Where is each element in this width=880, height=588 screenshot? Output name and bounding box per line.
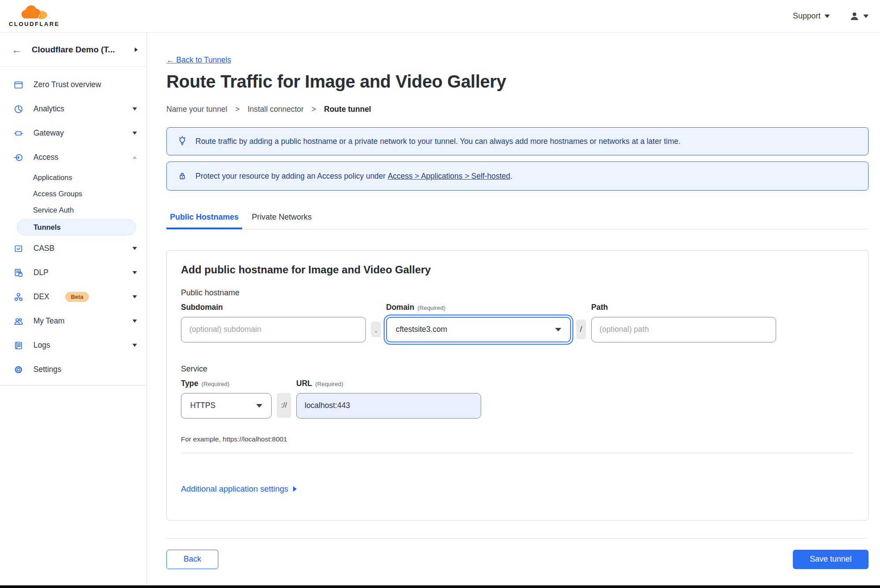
path-input[interactable] — [591, 317, 776, 342]
chevron-down-icon — [863, 15, 869, 18]
scheme-separator: :// — [277, 393, 291, 418]
domain-select[interactable]: cftestsite3.com — [386, 317, 571, 342]
team-icon — [13, 316, 24, 327]
chevron-down-icon — [133, 271, 137, 274]
chevron-right-icon — [293, 486, 297, 492]
tab-public-hostnames[interactable]: Public Hostnames — [166, 213, 242, 229]
main-content: ← Back to Tunnels Route Traffic for Imag… — [147, 33, 880, 588]
user-icon — [849, 11, 860, 22]
chevron-down-icon — [256, 404, 262, 408]
required-note: (Required) — [417, 305, 446, 311]
access-applications-self-hosted-link[interactable]: Access > Applications > Self-hosted — [388, 172, 510, 180]
subdomain-label: Subdomain — [181, 303, 366, 312]
type-label: Type(Required) — [181, 379, 272, 388]
dex-nodes-icon — [13, 292, 24, 302]
step-route-tunnel-current: Route tunnel — [324, 105, 371, 114]
sidebar-item-label: Access — [33, 153, 58, 162]
subdomain-input[interactable] — [181, 317, 366, 342]
back-button[interactable]: Back — [166, 550, 218, 569]
service-fields-row: Type(Required) HTTPS :// URL(Required) — [181, 379, 854, 419]
back-to-tunnels-link[interactable]: ← Back to Tunnels — [166, 55, 231, 65]
chevron-up-icon — [133, 156, 137, 159]
public-hostname-group-label: Public hostname — [181, 288, 854, 298]
protect-resource-banner: Protect your resource by adding an Acces… — [166, 162, 869, 191]
sidebar-item-casb[interactable]: CASB — [0, 236, 147, 261]
service-group-label: Service — [181, 364, 854, 374]
url-label: URL(Required) — [296, 379, 481, 388]
card-heading: Add public hostname for Image and Video … — [181, 264, 854, 276]
type-field-group: Type(Required) HTTPS — [181, 379, 272, 419]
chevron-down-icon — [133, 344, 137, 347]
chevron-down-icon — [133, 320, 137, 323]
logs-icon — [13, 340, 24, 351]
footer-actions: Back Save tunnel — [166, 550, 869, 569]
chevron-right-icon — [135, 48, 138, 52]
support-label: Support — [793, 11, 821, 21]
sidebar-item-analytics[interactable]: Analytics — [0, 97, 147, 121]
footer-divider — [166, 538, 869, 539]
url-example-text: For example, https://localhost:8001 — [181, 435, 854, 443]
cloudflare-cloud-icon — [18, 5, 50, 20]
casb-check-icon — [13, 243, 24, 254]
card-divider — [181, 453, 854, 453]
account-switcher[interactable]: ← Cloudflare Demo (T... — [0, 33, 147, 67]
account-name: Cloudflare Demo (T... — [32, 45, 125, 55]
sidebar-item-label: DEX — [33, 292, 49, 301]
step-separator: > — [312, 105, 316, 114]
sidebar-subitem-applications[interactable]: Applications — [0, 169, 147, 186]
chevron-down-icon — [133, 247, 137, 250]
path-label: Path — [591, 303, 776, 312]
additional-settings-label: Additional application settings — [181, 484, 288, 494]
sidebar-item-my-team[interactable]: My Team — [0, 309, 147, 333]
required-note: (Required) — [315, 381, 343, 387]
sidebar-item-label: Zero Trust overview — [33, 80, 101, 89]
path-field-group: Path — [591, 303, 776, 342]
beta-badge: Beta — [65, 292, 89, 302]
banner-text: Protect your resource by adding an Acces… — [195, 172, 512, 181]
sidebar-subitem-label: Tunnels — [33, 223, 61, 232]
sidebar-item-zero-trust-overview[interactable]: Zero Trust overview — [0, 73, 147, 97]
service-type-value: HTTPS — [190, 401, 215, 410]
sidebar-item-dlp[interactable]: DLP — [0, 261, 147, 285]
chevron-down-icon — [133, 107, 137, 110]
back-arrow-icon[interactable]: ← — [11, 44, 22, 55]
cloudflare-wordmark: CLOUDFLARE — [9, 21, 60, 27]
sidebar-subitem-service-auth[interactable]: Service Auth — [0, 202, 147, 218]
hostname-tabs: Public Hostnames Private Networks — [166, 213, 869, 229]
add-public-hostname-card: Add public hostname for Image and Video … — [166, 250, 869, 521]
step-separator: > — [235, 105, 239, 114]
sidebar: ← Cloudflare Demo (T... Zero Trust overv… — [0, 33, 147, 588]
chevron-down-icon — [555, 328, 561, 331]
sidebar-item-access[interactable]: Access — [0, 145, 147, 169]
service-type-select[interactable]: HTTPS — [181, 393, 272, 419]
step-name-your-tunnel: Name your tunnel — [166, 105, 227, 114]
user-menu[interactable] — [849, 11, 869, 22]
dot-separator: . — [371, 322, 381, 337]
step-install-connector: Install connector — [247, 105, 303, 114]
sidebar-item-dex[interactable]: DEX Beta — [0, 285, 147, 309]
tab-private-networks[interactable]: Private Networks — [248, 213, 315, 229]
sidebar-item-logs[interactable]: Logs — [0, 333, 147, 357]
window-bottom-edge — [0, 585, 880, 588]
sidebar-item-label: Analytics — [33, 104, 64, 114]
pie-chart-icon — [13, 104, 24, 114]
access-arrow-icon — [13, 152, 24, 163]
sidebar-divider — [0, 385, 147, 386]
sidebar-item-settings[interactable]: Settings — [0, 357, 147, 382]
sidebar-item-label: My Team — [33, 316, 65, 326]
top-bar: CLOUDFLARE Support — [0, 0, 880, 33]
cloudflare-logo[interactable]: CLOUDFLARE — [9, 5, 60, 27]
hostname-fields-row: Subdomain . Domain(Required) cftestsite3… — [181, 303, 854, 342]
sidebar-subitem-tunnels-active[interactable]: Tunnels — [17, 219, 136, 235]
domain-label: Domain(Required) — [386, 303, 571, 312]
sidebar-subitem-access-groups[interactable]: Access Groups — [0, 186, 147, 202]
service-url-input[interactable] — [296, 393, 481, 419]
save-tunnel-button[interactable]: Save tunnel — [793, 550, 869, 569]
lightbulb-icon — [177, 136, 188, 147]
support-menu[interactable]: Support — [793, 11, 830, 21]
slash-separator: / — [576, 320, 586, 339]
domain-field-group: Domain(Required) cftestsite3.com — [386, 303, 571, 342]
additional-application-settings-toggle[interactable]: Additional application settings — [181, 484, 297, 494]
lock-icon — [177, 170, 188, 182]
sidebar-item-gateway[interactable]: Gateway — [0, 121, 147, 145]
